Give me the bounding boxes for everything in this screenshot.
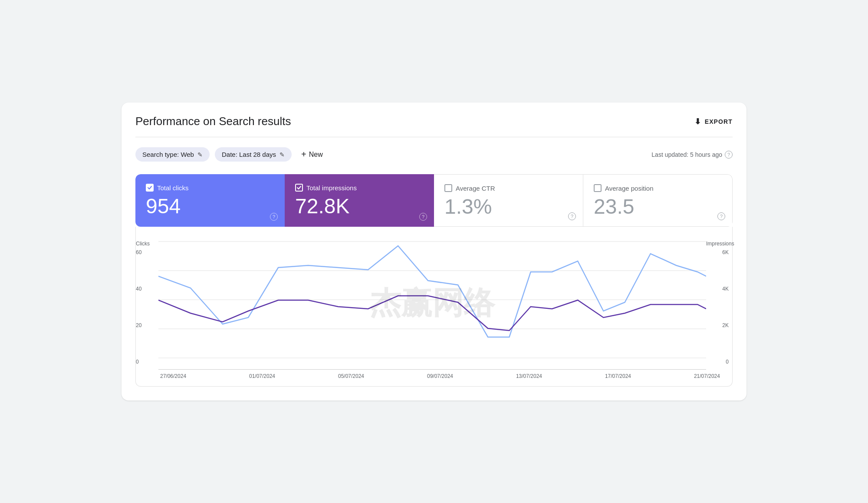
position-help: ? [717,212,725,220]
position-help-icon[interactable]: ? [717,212,725,220]
ctr-help: ? [568,212,576,220]
y-right-6k: 6K [722,249,729,255]
search-type-label: Search type: Web [142,151,194,158]
y-right-title: Impressions [706,241,729,247]
main-card: Performance on Search results ⬇ EXPORT S… [122,103,746,400]
y-axis-right: Impressions 6K 4K 2K 0 [706,237,729,369]
header-row: Performance on Search results ⬇ EXPORT [135,115,733,128]
y-axis-left: Clicks 60 40 20 0 [136,237,158,369]
position-label-row: Average position [594,184,722,192]
chart-container: Clicks 60 40 20 0 杰赢网络 [135,227,733,387]
impressions-help-icon[interactable]: ? [419,213,427,221]
date-label: Date: Last 28 days [222,151,276,158]
search-type-filter[interactable]: Search type: Web ✎ [135,147,210,162]
export-icon: ⬇ [694,117,701,126]
ctr-value: 1.3% [444,195,572,218]
impressions-label-row: Total impressions [295,184,424,192]
filters-row: Search type: Web ✎ Date: Last 28 days ✎ … [135,147,733,162]
edit-date-icon: ✎ [279,151,285,158]
date-filter[interactable]: Date: Last 28 days ✎ [215,147,292,162]
clicks-checkbox[interactable] [146,184,154,192]
clicks-help: ? [270,212,278,221]
chart-svg [158,237,706,367]
y-left-60: 60 [136,249,158,255]
metric-position: Average position 23.5 ? [583,174,733,227]
y-left-title: Clicks [136,241,158,247]
impressions-label: Total impressions [306,184,357,192]
metric-clicks: Total clicks 954 ? [135,174,285,227]
ctr-label: Average CTR [456,185,495,192]
new-label: New [309,151,323,159]
clicks-value: 954 [146,195,274,218]
plus-icon: + [301,149,306,159]
metric-impressions: Total impressions 72.8K ? [285,174,434,227]
position-label: Average position [605,185,653,192]
page-title: Performance on Search results [135,115,291,128]
export-button[interactable]: ⬇ EXPORT [694,117,733,126]
metric-ctr: Average CTR 1.3% ? [434,174,583,227]
last-updated-text: Last updated: 5 hours ago [651,151,722,158]
edit-search-type-icon: ✎ [197,151,203,158]
impressions-help: ? [419,212,427,221]
position-checkbox[interactable] [594,184,602,192]
x-axis-labels: 27/06/2024 01/07/2024 05/07/2024 09/07/2… [136,370,729,379]
x-label-4: 13/07/2024 [516,373,542,379]
y-right-0: 0 [726,359,729,365]
ctr-label-row: Average CTR [444,184,572,192]
y-right-4k: 4K [722,286,729,292]
clicks-label-row: Total clicks [146,184,274,192]
y-right-2k: 2K [722,322,729,328]
ctr-checkbox[interactable] [444,184,452,192]
new-button[interactable]: + New [297,147,327,162]
impressions-value: 72.8K [295,195,424,218]
x-label-3: 09/07/2024 [427,373,453,379]
x-label-6: 21/07/2024 [694,373,720,379]
y-left-40: 40 [136,286,158,292]
clicks-label: Total clicks [157,184,189,192]
clicks-help-icon[interactable]: ? [270,213,278,221]
metrics-row: Total clicks 954 ? Total impressions 72.… [135,174,733,227]
last-updated-help-icon[interactable]: ? [725,151,733,159]
y-left-0: 0 [136,359,158,365]
impressions-checkbox[interactable] [295,184,303,192]
last-updated: Last updated: 5 hours ago ? [651,151,733,159]
export-label: EXPORT [705,118,733,125]
header-divider [135,137,733,137]
position-value: 23.5 [594,195,722,218]
x-label-2: 05/07/2024 [338,373,364,379]
ctr-help-icon[interactable]: ? [568,212,576,220]
x-label-0: 27/06/2024 [160,373,186,379]
x-label-5: 17/07/2024 [605,373,631,379]
x-label-1: 01/07/2024 [249,373,275,379]
chart-svg-area: 杰赢网络 [158,237,706,369]
y-left-20: 20 [136,322,158,328]
